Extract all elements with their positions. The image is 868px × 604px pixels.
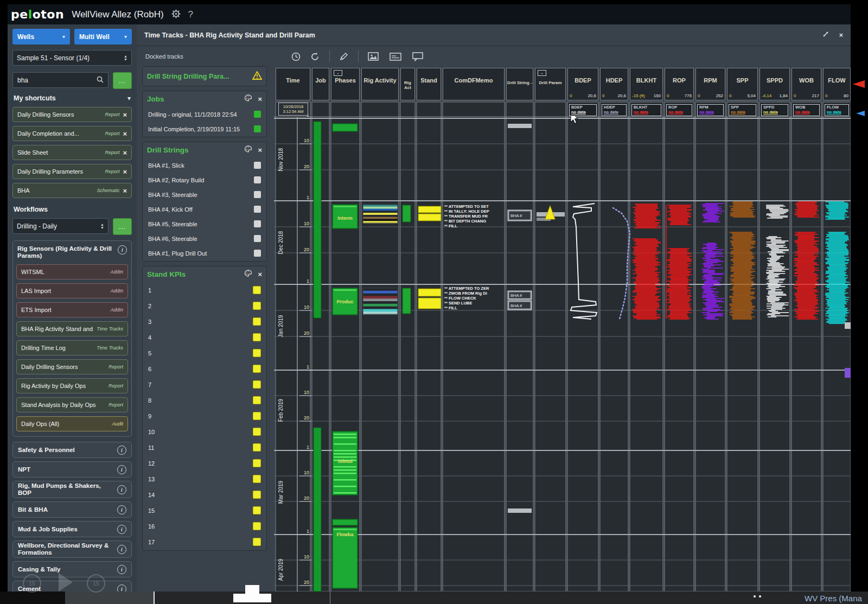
- screen-margin: [851, 0, 868, 604]
- rig-act-bar: [403, 288, 411, 314]
- track-header-hdep[interactable]: HDEP020,6: [600, 68, 628, 100]
- track-header-rpm[interactable]: RPM0252: [695, 68, 725, 100]
- track-min-value: -15 (ft): [632, 93, 645, 98]
- track-body-bdep[interactable]: [567, 102, 598, 592]
- track-header-time[interactable]: Time: [276, 68, 310, 100]
- red-arrow-annotation: [853, 80, 865, 88]
- track-header-label: Rig Act: [401, 80, 414, 90]
- track-body-flow[interactable]: [823, 102, 851, 592]
- track-legend-flow: FLOWno data: [825, 104, 849, 116]
- track-header-label: SPPD: [760, 77, 789, 84]
- track-header-drill-param[interactable]: Drill Param+: [535, 68, 566, 100]
- svg-text:10: 10: [304, 138, 309, 143]
- track-body-stand[interactable]: [417, 102, 441, 592]
- track-header-label: ROP: [665, 77, 693, 84]
- track-legend-wob: WOBno data: [793, 104, 820, 116]
- track-body-rig-act[interactable]: [400, 102, 415, 592]
- rig-activity-stripe: [363, 301, 398, 304]
- job-bar[interactable]: [314, 122, 321, 318]
- month-label: Nov 2018: [278, 148, 284, 171]
- job-bar[interactable]: [314, 428, 321, 592]
- phase-bar[interactable]: [333, 519, 358, 525]
- track-legend-sppd: SPPDno data: [761, 104, 788, 116]
- collapse-icon[interactable]: +: [538, 70, 546, 76]
- track-header-drill-string-[interactable]: Drill String -: [506, 68, 533, 100]
- track-header-comdfmemo[interactable]: ComDFMemo: [443, 68, 505, 100]
- track-header-label: HDEP: [601, 77, 628, 84]
- rig-activity-stripe: [363, 307, 398, 309]
- caption-text: WV Pres (Mana: [805, 594, 862, 603]
- track-max-value: 80: [844, 93, 848, 98]
- svg-text:1: 1: [307, 444, 309, 450]
- track-body-comdfmemo[interactable]: [443, 102, 505, 592]
- drill-string-bar: [508, 508, 532, 513]
- svg-text:BHA #: BHA #: [510, 293, 522, 298]
- svg-text:BHA #: BHA #: [510, 303, 522, 308]
- legend-no-data: no data: [604, 110, 624, 115]
- svg-text:20: 20: [304, 164, 309, 169]
- track-min-value: 0: [794, 93, 796, 98]
- phase-label: Flowba: [337, 532, 354, 537]
- track-body-rpm[interactable]: [695, 102, 725, 592]
- scroll-indicator: [845, 368, 851, 378]
- track-body-hdep[interactable]: [600, 102, 628, 592]
- collapse-icon[interactable]: +: [334, 70, 342, 76]
- track-header-spp[interactable]: SPP05,04: [727, 68, 758, 100]
- track-body-drill-param[interactable]: [535, 102, 566, 592]
- phase-label: Produc: [336, 299, 353, 304]
- scroll-indicator: [845, 322, 851, 329]
- month-label: Apr 2019: [278, 558, 284, 581]
- track-header-phases[interactable]: Phases+: [331, 68, 360, 100]
- svg-text:10: 10: [304, 470, 309, 475]
- phase-bar[interactable]: [333, 124, 358, 131]
- track-body-time[interactable]: [276, 102, 310, 592]
- track-max-value: 217: [812, 93, 819, 98]
- track-header-stand[interactable]: Stand: [417, 68, 441, 100]
- track-legend-rop: ROPno data: [666, 104, 692, 116]
- comdfmemo-text: ** ATTEMPTED TO SET** IN TALLY: HOLE DEP…: [444, 204, 504, 228]
- screen: peloton WellView Allez (RobH) ? Wells▾ M…: [0, 0, 868, 604]
- stand-block[interactable]: [418, 214, 441, 221]
- track-header-blkht[interactable]: BLKHT-15 (ft)150: [630, 68, 663, 100]
- rig-act-bar: [403, 205, 411, 222]
- stand-block[interactable]: [418, 298, 441, 309]
- track-body-blkht[interactable]: [630, 102, 663, 592]
- track-header-job[interactable]: Job: [312, 68, 329, 100]
- track-header-label: Drill Param: [535, 80, 565, 85]
- track-header-label: ComDFMemo: [443, 77, 504, 84]
- track-header-flow[interactable]: FLOW080: [823, 68, 851, 100]
- track-body-spp[interactable]: [727, 102, 758, 592]
- track-legend-rpm: RPMno data: [697, 104, 724, 116]
- rig-activity-stripe: [363, 288, 398, 291]
- month-label: Jan 2019: [278, 315, 284, 338]
- rig-activity-stripe: [363, 219, 398, 221]
- svg-text:10: 10: [304, 221, 309, 226]
- track-max-value: 775: [685, 93, 692, 98]
- rig-activity-stripe: [363, 294, 398, 296]
- track-body-rig-activity[interactable]: [361, 102, 399, 592]
- rig-activity-stripe: [363, 291, 398, 294]
- track-header-label: Rig Activity: [362, 77, 398, 84]
- track-header-label: Stand: [417, 77, 441, 84]
- track-header-rop[interactable]: ROP0775: [665, 68, 694, 100]
- stand-block[interactable]: [418, 206, 441, 213]
- track-header-sppd[interactable]: SPPD-4,141,84: [760, 68, 790, 100]
- svg-text:1: 1: [307, 278, 309, 284]
- track-body-phases[interactable]: [331, 102, 360, 592]
- track-legend-spp: SPPno data: [729, 104, 756, 116]
- track-body-sppd[interactable]: [760, 102, 790, 592]
- track-body-wob[interactable]: [792, 102, 821, 592]
- track-header-rig-activity[interactable]: Rig Activity: [361, 68, 399, 100]
- track-header-rig-act[interactable]: Rig Act: [400, 68, 415, 100]
- rewind-15-icon: 15: [23, 574, 41, 593]
- rig-activity-stripe: [363, 304, 398, 307]
- stand-block[interactable]: [418, 289, 441, 296]
- phase-label: Interm: [337, 215, 353, 221]
- play-icon: [59, 573, 73, 592]
- track-body-rop[interactable]: [665, 102, 694, 592]
- track-body-drill-string-[interactable]: [506, 102, 533, 592]
- track-header-wob[interactable]: WOB0217: [792, 68, 821, 100]
- track-header-bdep[interactable]: BDEP020,6: [567, 68, 598, 100]
- track-header-label: RPM: [696, 77, 725, 84]
- track-header-label: FLOW: [824, 77, 850, 84]
